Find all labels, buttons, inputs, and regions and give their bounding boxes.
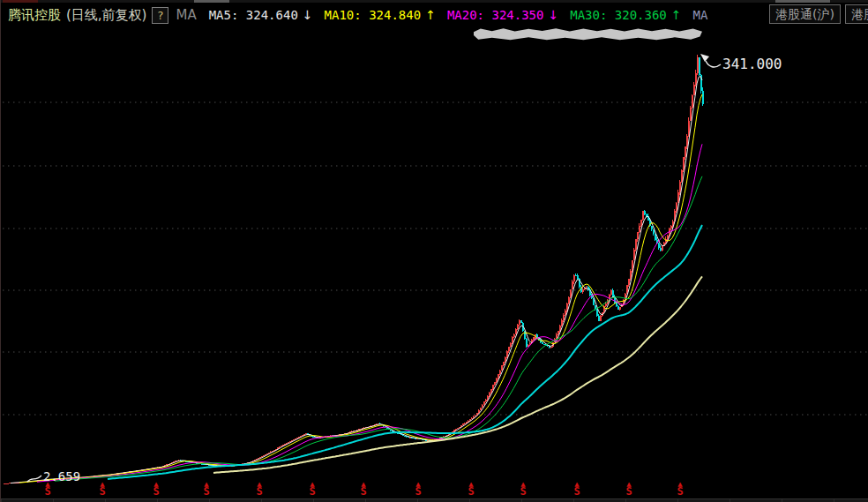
dividend-marker-icon[interactable]: ▲S (571, 482, 583, 497)
stock-chart-window: 腾讯控股 (日线,前复权) ? MA MA5: 324.640↓MA10: 32… (0, 0, 868, 502)
dividend-marker-icon[interactable]: ▲S (253, 482, 266, 497)
candlestick-chart[interactable]: 341.0002.659 (1, 0, 868, 502)
dividend-marker-icon[interactable]: ▲S (623, 482, 635, 497)
dividend-marker-icon[interactable]: ▲S (517, 482, 529, 497)
dividend-marker-icon[interactable]: ▲S (150, 482, 162, 497)
dividend-marker-icon[interactable]: ▲S (674, 482, 686, 497)
dividend-marker-icon[interactable]: ▲S (357, 482, 370, 497)
dividend-marker-icon[interactable]: ▲S (412, 482, 424, 497)
dividend-marker-icon[interactable]: ▲S (200, 482, 213, 497)
high-price-label: 341.000 (722, 56, 782, 72)
bottom-axis-edge (1, 498, 868, 502)
dividend-marker-icon[interactable]: ▲S (465, 482, 477, 497)
dividend-marker-icon[interactable]: ▲S (96, 482, 108, 497)
dividend-marker-icon[interactable]: ▲S (306, 482, 318, 497)
dividend-marker-icon[interactable]: ▲S (41, 482, 54, 497)
